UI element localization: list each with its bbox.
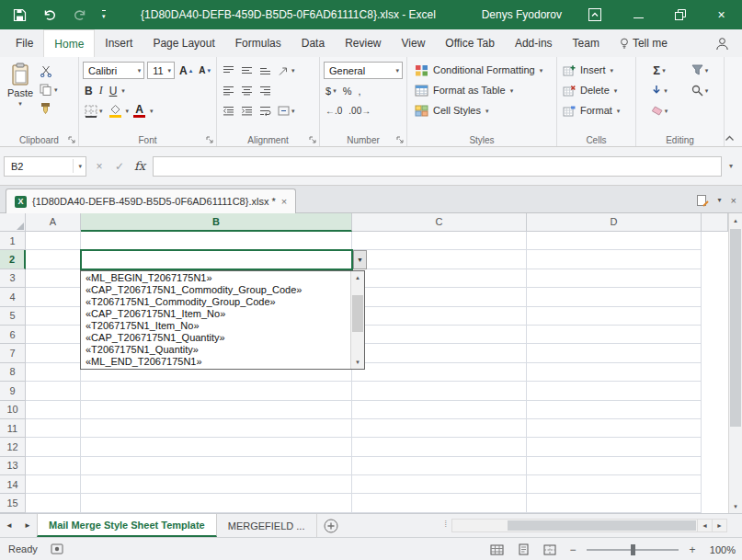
tab-options-caret-icon[interactable]: ▾ bbox=[718, 197, 722, 204]
cell-B9[interactable] bbox=[81, 382, 352, 400]
delete-cells-button[interactable]: Delete ▾ bbox=[560, 80, 633, 100]
accounting-format-button[interactable]: $▾ bbox=[324, 82, 338, 99]
cell-D13[interactable] bbox=[527, 457, 702, 475]
ribbon-tab-home[interactable]: Home bbox=[43, 29, 95, 57]
row-header-12[interactable]: 12 bbox=[0, 438, 26, 456]
merge-center-button[interactable]: ▾ bbox=[276, 102, 297, 120]
cell-C2[interactable] bbox=[352, 250, 527, 269]
formula-input[interactable] bbox=[153, 156, 722, 177]
zoom-in-icon[interactable]: + bbox=[687, 543, 698, 556]
borders-button[interactable]: ▾ bbox=[83, 102, 105, 120]
cell-B11[interactable] bbox=[81, 419, 352, 438]
cell-A1[interactable] bbox=[26, 232, 81, 250]
share-person-icon[interactable] bbox=[715, 37, 729, 51]
ribbon-tab-insert[interactable]: Insert bbox=[95, 29, 143, 57]
dropdown-item-7[interactable]: «T2067175N1_Quantity» bbox=[81, 344, 364, 356]
font-family-combo[interactable]: Calibri▾ bbox=[83, 62, 144, 79]
format-as-table-button[interactable]: Format as Table ▾ bbox=[410, 80, 554, 100]
cell-A13[interactable] bbox=[26, 457, 81, 475]
sheet-tab-mergefield[interactable]: MERGEFIELD ... bbox=[217, 514, 317, 537]
restore-button[interactable] bbox=[659, 0, 701, 29]
dropdown-item-6[interactable]: «CAP_T2067175N1_Quantity» bbox=[81, 332, 364, 344]
sort-filter-button[interactable]: ▾ bbox=[679, 62, 720, 79]
page-break-preview-icon[interactable] bbox=[541, 541, 559, 558]
vertical-scroll-thumb[interactable] bbox=[730, 229, 741, 427]
collapse-ribbon-icon[interactable] bbox=[725, 135, 735, 142]
cell-B1[interactable] bbox=[81, 232, 352, 250]
cell-B10[interactable] bbox=[81, 401, 352, 419]
top-align-button[interactable] bbox=[221, 62, 236, 79]
undo-icon[interactable] bbox=[41, 6, 58, 23]
new-sheet-button[interactable] bbox=[317, 514, 345, 537]
format-painter-button[interactable] bbox=[38, 99, 60, 116]
page-layout-view-icon[interactable] bbox=[514, 541, 532, 558]
cell-A6[interactable] bbox=[26, 326, 81, 344]
cell-D6[interactable] bbox=[527, 326, 702, 344]
cell-C12[interactable] bbox=[352, 438, 527, 456]
row-header-4[interactable]: 4 bbox=[0, 288, 26, 306]
row-header-13[interactable]: 13 bbox=[0, 457, 26, 475]
validation-dropdown-button[interactable]: ▼ bbox=[353, 250, 367, 269]
ribbon-tab-review[interactable]: Review bbox=[335, 29, 391, 57]
ribbon-tab-team[interactable]: Team bbox=[563, 29, 610, 57]
ribbon-display-options-icon[interactable] bbox=[588, 7, 602, 22]
font-color-caret-icon[interactable]: ▾ bbox=[150, 108, 154, 114]
cell-C5[interactable] bbox=[352, 307, 527, 326]
cell-D12[interactable] bbox=[527, 438, 702, 456]
select-all-corner[interactable] bbox=[0, 213, 26, 232]
find-select-button[interactable]: ▾ bbox=[679, 82, 720, 99]
cell-A2[interactable] bbox=[26, 250, 81, 269]
row-header-15[interactable]: 15 bbox=[0, 494, 26, 512]
column-header-C[interactable]: C bbox=[352, 213, 527, 232]
fill-color-caret-icon[interactable]: ▾ bbox=[126, 108, 130, 114]
horizontal-scrollbar[interactable]: ◄ ► bbox=[451, 518, 727, 533]
copy-button[interactable]: ▾ bbox=[38, 81, 60, 97]
font-dialog-launcher-icon[interactable] bbox=[206, 136, 214, 144]
cell-D7[interactable] bbox=[527, 344, 702, 362]
autosum-button[interactable]: Σ▾ bbox=[639, 62, 679, 79]
increase-font-size-button[interactable]: A▴ bbox=[177, 62, 194, 79]
zoom-out-icon[interactable]: − bbox=[567, 543, 578, 556]
cell-A14[interactable] bbox=[26, 475, 81, 494]
cell-A12[interactable] bbox=[26, 438, 81, 456]
sheet-nav-left-icon[interactable]: ◄ bbox=[0, 514, 18, 537]
vertical-scroll-up-icon[interactable]: ▲ bbox=[729, 213, 742, 227]
cancel-icon[interactable]: × bbox=[90, 156, 108, 177]
ribbon-tab-office-tab[interactable]: Office Tab bbox=[435, 29, 505, 57]
cell-D15[interactable] bbox=[527, 494, 702, 512]
cell-A9[interactable] bbox=[26, 382, 81, 400]
column-header-B[interactable]: B bbox=[81, 213, 352, 232]
normal-view-icon[interactable] bbox=[487, 541, 506, 558]
cell-C7[interactable] bbox=[352, 344, 527, 362]
document-tab-close-icon[interactable]: × bbox=[281, 196, 287, 207]
increase-indent-button[interactable] bbox=[239, 102, 255, 120]
row-header-3[interactable]: 3 bbox=[0, 269, 26, 288]
wrap-text-button[interactable] bbox=[257, 102, 273, 120]
cell-B14[interactable] bbox=[81, 475, 352, 494]
close-button[interactable]: × bbox=[701, 0, 742, 29]
customize-qat-icon[interactable]: ▾ bbox=[102, 10, 106, 20]
zoom-level[interactable]: 100% bbox=[706, 544, 736, 555]
ribbon-tab-view[interactable]: View bbox=[392, 29, 436, 57]
ribbon-tab-formulas[interactable]: Formulas bbox=[225, 29, 291, 57]
ribbon-tab-data[interactable]: Data bbox=[291, 29, 335, 57]
cell-D2[interactable] bbox=[527, 250, 702, 269]
conditional-formatting-button[interactable]: Conditional Formatting ▾ bbox=[410, 60, 554, 80]
fill-color-button[interactable] bbox=[108, 102, 123, 120]
vertical-scroll-down-icon[interactable]: ▼ bbox=[729, 499, 742, 513]
clear-button[interactable]: ▾ bbox=[639, 102, 679, 120]
dropdown-item-5[interactable]: «T2067175N1_Item_No» bbox=[81, 320, 364, 332]
underline-caret-icon[interactable]: ▾ bbox=[121, 87, 125, 94]
row-header-6[interactable]: 6 bbox=[0, 326, 26, 344]
cell-styles-button[interactable]: Cell Styles ▾ bbox=[410, 100, 554, 120]
dropdown-item-4[interactable]: «CAP_T2067175N1_Item_No» bbox=[81, 308, 364, 320]
ribbon-tab-tell-me[interactable]: Tell me bbox=[610, 29, 678, 57]
minimize-button[interactable] bbox=[618, 0, 659, 29]
vertical-scrollbar[interactable]: ▲ ▼ bbox=[728, 213, 742, 513]
cell-C8[interactable] bbox=[352, 363, 527, 382]
cell-A7[interactable] bbox=[26, 344, 81, 362]
horizontal-scroll-thumb[interactable] bbox=[508, 520, 696, 531]
signed-in-user[interactable]: Denys Fyodorov bbox=[482, 0, 562, 29]
cell-A8[interactable] bbox=[26, 363, 81, 382]
italic-button[interactable]: I bbox=[97, 82, 105, 99]
